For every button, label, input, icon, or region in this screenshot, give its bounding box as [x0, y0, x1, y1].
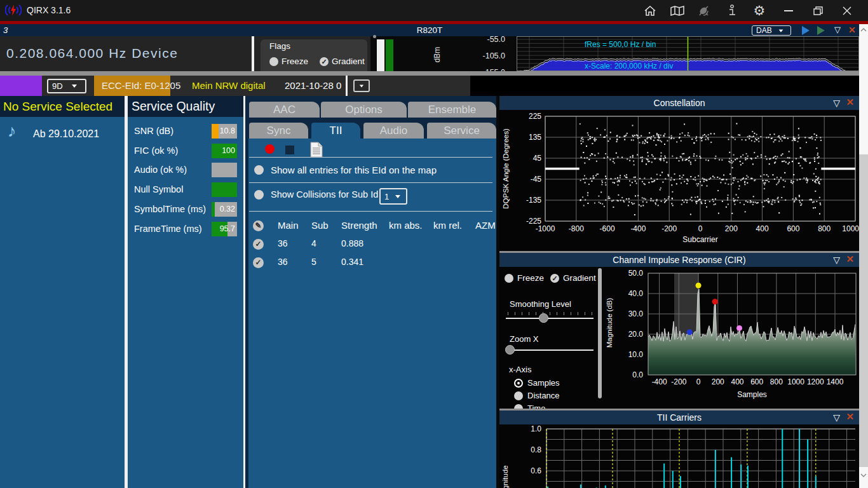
cir-chart: 0.010.020.030.040.050.0-400-200020040060…: [499, 267, 859, 409]
column-header[interactable]: km rel.: [433, 220, 462, 231]
mode-value: DAB: [756, 26, 772, 35]
separator: [249, 211, 492, 212]
tii-carriers-title: TII Carriers: [657, 412, 702, 423]
row-check-icon[interactable]: ✓: [253, 238, 264, 250]
quality-row: FrameTime (ms) 95.7: [134, 222, 238, 236]
column-header[interactable]: km abs.: [389, 220, 423, 231]
select-all-icon[interactable]: ✎: [253, 219, 264, 231]
show-entries-radio[interactable]: Show all entries for this EId on the map: [254, 165, 437, 175]
play-secondary-button[interactable]: [817, 26, 825, 35]
divider: [346, 76, 348, 96]
mode-caret-icon: [778, 29, 783, 32]
tab-aac[interactable]: AAC: [249, 102, 320, 118]
vertical-scrollbar[interactable]: [859, 24, 868, 488]
maximize-button[interactable]: [810, 0, 826, 21]
tab-service[interactable]: Service: [427, 123, 496, 139]
close-button[interactable]: [839, 0, 855, 21]
close-icon[interactable]: ✕: [846, 95, 854, 109]
show-collisions-radio[interactable]: Show Collisions for Sub Id: [254, 189, 378, 200]
minimize-button[interactable]: [780, 0, 797, 21]
flags-groupbox: Flags Freeze ✓Gradient: [261, 39, 367, 75]
device-name: R820T: [0, 25, 859, 35]
axis-tick: -55.0: [487, 35, 506, 44]
home-button[interactable]: [642, 0, 658, 21]
collapse-icon[interactable]: ▽: [833, 410, 840, 424]
scroll-down-icon[interactable]: [860, 473, 867, 478]
collapse-icon[interactable]: ▽: [833, 96, 840, 110]
svg-text:50.0: 50.0: [628, 269, 644, 278]
tii-carriers-titlebar: TII Carriers ▽ ✕: [499, 410, 859, 424]
column-header[interactable]: Sub: [311, 220, 329, 231]
record-icon[interactable]: [265, 144, 275, 154]
window-titlebar: QIRX 3.1.6 ⚙: [0, 0, 868, 21]
tab-options[interactable]: Options: [321, 102, 407, 118]
tab-sync[interactable]: Sync: [249, 123, 308, 139]
stop-icon[interactable]: [285, 146, 294, 154]
tii-panel: AACOptionsEnsemble SyncTIIAudioService S…: [245, 96, 496, 488]
table-cell: 0.341: [341, 257, 363, 267]
document-icon[interactable]: [310, 142, 323, 158]
close-icon[interactable]: ✕: [846, 410, 854, 424]
svg-text:0: 0: [698, 224, 703, 233]
level-meter-right: [386, 39, 393, 71]
freeze-radio[interactable]: Freeze: [269, 57, 308, 66]
tab-ensemble[interactable]: Ensemble: [408, 102, 496, 118]
service-item[interactable]: Ab 29.10.2021: [33, 128, 99, 140]
quality-row: Null Symbol: [134, 182, 238, 197]
mode-dropdown[interactable]: DAB: [752, 25, 791, 36]
quality-label: FIC (ok %): [134, 146, 178, 156]
service-list-header: No Service Selected: [0, 96, 125, 117]
channel-dropdown[interactable]: 9D: [47, 79, 86, 93]
svg-text:-200: -200: [671, 377, 686, 386]
scrollbar-thumb[interactable]: [859, 154, 868, 467]
column-header[interactable]: Strength: [341, 220, 377, 231]
tab-audio[interactable]: Audio: [363, 123, 424, 139]
svg-text:Subcarrier: Subcarrier: [682, 235, 717, 244]
expander-dropdown[interactable]: [353, 79, 370, 92]
service-list-title: No Service Selected: [3, 100, 112, 114]
svg-text:135: 135: [529, 133, 541, 142]
svg-text:30.0: 30.0: [628, 309, 644, 318]
gradient-label: Gradient: [332, 57, 365, 66]
tab-tii[interactable]: TII: [311, 123, 360, 139]
close-icon[interactable]: ✕: [846, 252, 854, 266]
receiver-strip: 0.208.064.000 Hz Device Flags Freeze ✓Gr…: [0, 36, 859, 71]
tii-panel-edge: [245, 96, 248, 488]
cir-title: Channel Impulse Response (CIR): [613, 255, 745, 265]
quality-label: Null Symbol: [134, 184, 183, 194]
column-header[interactable]: AZM: [475, 220, 496, 231]
ensemble-strip: 9D ECC-EId: E0-1205 Mein NRW digital 202…: [0, 76, 868, 96]
collapse-icon[interactable]: ▽: [834, 25, 841, 34]
satellite-button[interactable]: [696, 0, 713, 21]
constellation-chart: 22513545-45-135-225-1000-800-600-400-200…: [499, 110, 859, 251]
collapse-icon[interactable]: ▽: [833, 253, 840, 267]
svg-text:1000: 1000: [842, 224, 859, 233]
frequency-display[interactable]: 0.208.064.000 Hz Device: [0, 36, 252, 71]
music-note-icon: ♪: [8, 121, 17, 141]
separator[interactable]: [0, 71, 868, 76]
svg-text:-600: -600: [600, 224, 615, 233]
quality-row: SymbolTime (ms) 0.32: [134, 202, 238, 217]
map-button[interactable]: [669, 0, 686, 21]
freeze-label: Freeze: [281, 57, 308, 66]
svg-text:40.0: 40.0: [628, 289, 644, 298]
scroll-up-icon[interactable]: [860, 27, 867, 32]
quality-label: Audio (ok %): [134, 165, 187, 175]
column-header[interactable]: Main: [278, 220, 299, 231]
table-cell: 4: [311, 238, 316, 248]
tab-strip: AACOptionsEnsemble SyncTIIAudioService: [245, 96, 496, 139]
subid-dropdown[interactable]: 1: [379, 188, 407, 205]
gradient-radio[interactable]: ✓Gradient: [320, 57, 365, 66]
svg-text:800: 800: [770, 377, 783, 386]
svg-text:-800: -800: [569, 224, 584, 233]
info-button[interactable]: [724, 0, 740, 21]
quality-row: FIC (ok %) 100: [134, 144, 238, 158]
table-cell: 5: [311, 257, 316, 267]
row-check-icon[interactable]: ✓: [253, 256, 264, 268]
play-button[interactable]: [802, 26, 810, 35]
quality-bar: 10.8: [212, 124, 237, 139]
quality-value: 0.32: [220, 205, 235, 214]
svg-text:800: 800: [818, 224, 831, 233]
settings-button[interactable]: ⚙: [751, 0, 768, 21]
close-view-icon[interactable]: ✕: [848, 25, 856, 35]
